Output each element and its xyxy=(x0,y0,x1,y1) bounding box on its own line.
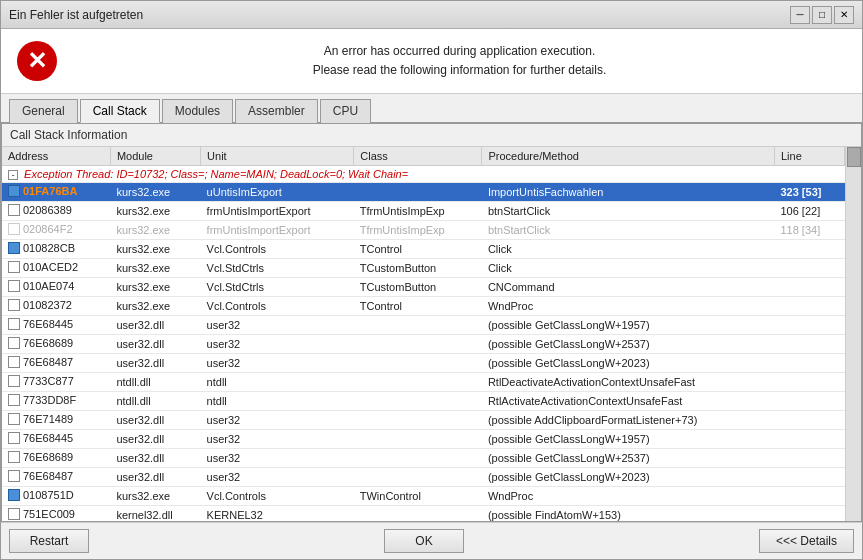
table-row[interactable]: 76E68689 user32.dll user32 (possible Get… xyxy=(2,449,845,468)
cell-class: TCustomButton xyxy=(354,259,482,278)
cell-unit: user32 xyxy=(201,316,354,335)
exception-text: - Exception Thread: ID=10732; Class=; Na… xyxy=(2,166,845,183)
table-row[interactable]: 010ACED2 kurs32.exe Vcl.StdCtrls TCustom… xyxy=(2,259,845,278)
cell-address: 0108751D xyxy=(2,487,110,506)
tab-modules[interactable]: Modules xyxy=(162,99,233,123)
window-title: Ein Fehler ist aufgetreten xyxy=(9,8,143,22)
cell-procedure: Click xyxy=(482,259,775,278)
cell-procedure: (possible GetClassLongW+2023) xyxy=(482,354,775,373)
table-row[interactable]: 76E68445 user32.dll user32 (possible Get… xyxy=(2,316,845,335)
cell-address: 76E68487 xyxy=(2,354,110,373)
table-row[interactable]: 010AE074 kurs32.exe Vcl.StdCtrls TCustom… xyxy=(2,278,845,297)
cell-line: 118 [34] xyxy=(774,221,844,240)
cell-line xyxy=(774,506,844,522)
error-icon: ✕ xyxy=(17,41,57,81)
table-row[interactable]: 01FA76BA kurs32.exe uUntisImExport Impor… xyxy=(2,183,845,202)
footer-left: Restart xyxy=(9,529,89,553)
cell-procedure: (possible GetClassLongW+2537) xyxy=(482,335,775,354)
cell-line xyxy=(774,430,844,449)
content-area: Call Stack Information Address Module Un… xyxy=(1,123,862,522)
table-row[interactable]: 0108751D kurs32.exe Vcl.Controls TWinCon… xyxy=(2,487,845,506)
main-window: Ein Fehler ist aufgetreten ─ □ ✕ ✕ An er… xyxy=(0,0,863,560)
col-line: Line xyxy=(774,147,844,166)
cell-address: 76E68445 xyxy=(2,316,110,335)
cell-line xyxy=(774,449,844,468)
cell-address: 7733C877 xyxy=(2,373,110,392)
cell-address: 02086389 xyxy=(2,202,110,221)
cell-module: user32.dll xyxy=(110,430,200,449)
cell-class xyxy=(354,506,482,522)
table-row[interactable]: 7733C877 ntdll.dll ntdll RtlDeactivateAc… xyxy=(2,373,845,392)
cell-procedure: (possible GetClassLongW+1957) xyxy=(482,430,775,449)
table-row[interactable]: 02086389 kurs32.exe frmUntisImportExport… xyxy=(2,202,845,221)
cell-module: ntdll.dll xyxy=(110,373,200,392)
footer: Restart OK <<< Details xyxy=(1,522,862,559)
footer-center: OK xyxy=(89,529,759,553)
cell-line xyxy=(774,240,844,259)
cell-unit: Vcl.Controls xyxy=(201,297,354,316)
table-row[interactable]: 76E68445 user32.dll user32 (possible Get… xyxy=(2,430,845,449)
ok-button[interactable]: OK xyxy=(384,529,464,553)
table-row[interactable]: 01082372 kurs32.exe Vcl.Controls TContro… xyxy=(2,297,845,316)
cell-unit: user32 xyxy=(201,468,354,487)
cell-address: 010828CB xyxy=(2,240,110,259)
cell-class: TfrmUntisImpExp xyxy=(354,202,482,221)
cell-line: 106 [22] xyxy=(774,202,844,221)
cell-unit: Vcl.StdCtrls xyxy=(201,278,354,297)
tab-callstack[interactable]: Call Stack xyxy=(80,99,160,123)
close-button[interactable]: ✕ xyxy=(834,6,854,24)
tab-assembler[interactable]: Assembler xyxy=(235,99,318,123)
table-row[interactable]: 020864F2 kurs32.exe frmUntisImportExport… xyxy=(2,221,845,240)
cell-address: 751EC009 xyxy=(2,506,110,522)
cell-module: kurs32.exe xyxy=(110,183,200,202)
cell-module: kurs32.exe xyxy=(110,202,200,221)
scrollbar[interactable] xyxy=(845,147,861,521)
restart-button[interactable]: Restart xyxy=(9,529,89,553)
call-stack-table-container[interactable]: Address Module Unit Class Procedure/Meth… xyxy=(2,147,845,521)
cell-module: kurs32.exe xyxy=(110,278,200,297)
cell-procedure: RtlDeactivateActivationContextUnsafeFast xyxy=(482,373,775,392)
cell-module: user32.dll xyxy=(110,449,200,468)
cell-class: TWinControl xyxy=(354,487,482,506)
cell-class: TControl xyxy=(354,297,482,316)
cell-procedure: btnStartClick xyxy=(482,202,775,221)
cell-procedure: (possible GetClassLongW+2023) xyxy=(482,468,775,487)
cell-class: TCustomButton xyxy=(354,278,482,297)
table-row[interactable]: 76E68487 user32.dll user32 (possible Get… xyxy=(2,354,845,373)
table-row[interactable]: 76E68689 user32.dll user32 (possible Get… xyxy=(2,335,845,354)
cell-class: TfrmUntisImpExp xyxy=(354,221,482,240)
cell-unit: Vcl.Controls xyxy=(201,240,354,259)
cell-procedure: CNCommand xyxy=(482,278,775,297)
cell-module: user32.dll xyxy=(110,411,200,430)
table-row[interactable]: 7733DD8F ntdll.dll ntdll RtlActivateActi… xyxy=(2,392,845,411)
cell-module: kurs32.exe xyxy=(110,487,200,506)
cell-unit: ntdll xyxy=(201,373,354,392)
table-row[interactable]: 76E68487 user32.dll user32 (possible Get… xyxy=(2,468,845,487)
cell-line xyxy=(774,487,844,506)
cell-module: kurs32.exe xyxy=(110,297,200,316)
cell-address: 01FA76BA xyxy=(2,183,110,202)
cell-line xyxy=(774,411,844,430)
table-row[interactable]: 010828CB kurs32.exe Vcl.Controls TContro… xyxy=(2,240,845,259)
exception-row: - Exception Thread: ID=10732; Class=; Na… xyxy=(2,166,845,183)
tab-general[interactable]: General xyxy=(9,99,78,123)
cell-line xyxy=(774,335,844,354)
minimize-button[interactable]: ─ xyxy=(790,6,810,24)
cell-line xyxy=(774,316,844,335)
cell-line xyxy=(774,354,844,373)
tab-cpu[interactable]: CPU xyxy=(320,99,371,123)
cell-address: 7733DD8F xyxy=(2,392,110,411)
cell-procedure: (possible AddClipboardFormatListener+73) xyxy=(482,411,775,430)
cell-line xyxy=(774,468,844,487)
maximize-button[interactable]: □ xyxy=(812,6,832,24)
cell-class xyxy=(354,373,482,392)
cell-address: 76E71489 xyxy=(2,411,110,430)
cell-class xyxy=(354,354,482,373)
details-button[interactable]: <<< Details xyxy=(759,529,854,553)
cell-line xyxy=(774,392,844,411)
table-row[interactable]: 751EC009 kernel32.dll KERNEL32 (possible… xyxy=(2,506,845,522)
cell-module: user32.dll xyxy=(110,468,200,487)
cell-module: kurs32.exe xyxy=(110,221,200,240)
cell-line: 323 [53] xyxy=(774,183,844,202)
table-row[interactable]: 76E71489 user32.dll user32 (possible Add… xyxy=(2,411,845,430)
